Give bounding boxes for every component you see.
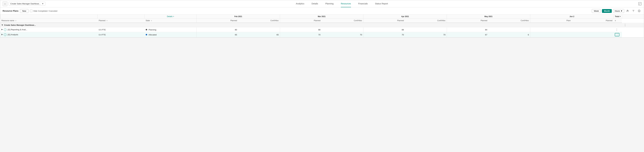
row1-may-planned: 84: [447, 28, 488, 32]
info-icon: [638, 10, 640, 12]
top-right-area: ✓: [638, 2, 642, 5]
tab-resources[interactable]: Resources: [341, 0, 351, 7]
row1-total-planned: [572, 28, 614, 32]
col-sub-planned: Planned ≡: [98, 18, 144, 23]
row2-planned-cell: 0.4 FTE: [98, 32, 144, 38]
hide-completed-label[interactable]: Hide Completed / Canceled: [30, 10, 57, 12]
row2-feb-conf: 65: [238, 32, 280, 38]
checkmark-icon: ✓: [639, 2, 641, 5]
filter-settings-button[interactable]: [631, 9, 636, 13]
filter-settings-icon: [632, 10, 635, 12]
home-button[interactable]: ⌂: [2, 1, 8, 6]
resource-name-label: Resource name: [2, 20, 14, 22]
row1-mar-planned: 88: [280, 28, 322, 32]
tab-financials[interactable]: Financials: [358, 0, 368, 7]
col-sub-may-planned: Planned: [447, 18, 488, 23]
col-sub-menu[interactable]: ≡: [614, 18, 622, 23]
col-sub-feb-conf: Conf/Alloc: [238, 18, 280, 23]
group-actions-cell: ⋮: [622, 23, 644, 28]
col-sub-apr-planned: Planned: [364, 18, 405, 23]
triangle-down-icon: [2, 24, 3, 26]
row1-planned-cell: 0.5 FTE: [98, 28, 144, 32]
hide-completed-checkbox[interactable]: [30, 10, 32, 12]
row1-planned-value: 0.5 FTE: [99, 28, 106, 31]
table-row: i [G] Reporting & Anal... 0.5 FTE Planni…: [0, 28, 644, 32]
sort-resource-icon[interactable]: ≡: [16, 20, 16, 22]
row1-resource-name: [G] Reporting & Anal...: [8, 28, 27, 31]
col-header-apr: Apr 2021: [364, 14, 447, 18]
resource-plans-label: Resource Plans: [2, 10, 18, 12]
table-row: i [G] Analysts 0.4 FTE Allocated 65 65 7…: [0, 32, 644, 38]
breadcrumb-dropdown[interactable]: Create Sales Manager Dashboar... ▼: [8, 2, 46, 6]
info-button[interactable]: [637, 9, 642, 13]
state-label: State: [146, 20, 150, 22]
group-name: Create Sales Manager Dashboar...: [4, 24, 36, 26]
col-sub-may-conf: Conf/Alloc: [488, 18, 530, 23]
group-name-cell: Create Sales Manager Dashboar...: [0, 23, 622, 28]
row1-actions-menu-btn[interactable]: ⋮: [615, 28, 619, 31]
tab-planning[interactable]: Planning: [325, 0, 334, 7]
group-actions-menu-btn[interactable]: ⋮: [623, 24, 627, 26]
row1-state-value: Planning: [148, 28, 156, 31]
col-header-jun: Jun 2: [530, 14, 614, 18]
row2-total-planned: [572, 32, 614, 38]
triangle-right-icon: [2, 34, 3, 35]
total-label: Total >: [615, 16, 621, 18]
month-button[interactable]: Month: [602, 9, 612, 13]
col-sub-resource: Resource name ≡: [0, 18, 98, 23]
row2-resource-cell: i [G] Analysts: [0, 32, 98, 38]
breadcrumb-arrow: ▼: [42, 2, 44, 5]
col-sub-apr-conf: Conf/Alloc: [405, 18, 447, 23]
col-header-feb: Feb 2021: [196, 14, 280, 18]
user-filter-icon: [626, 10, 629, 12]
home-icon: ⌂: [4, 2, 6, 5]
app-container: ⌂ Create Sales Manager Dashboar... ▼ Ana…: [0, 0, 644, 38]
details-link[interactable]: Details >: [167, 16, 174, 18]
row2-actions-cell: ⋮: [614, 32, 622, 38]
tab-analytics[interactable]: Analytics: [296, 0, 304, 7]
col-sub-mar-planned: Planned: [280, 18, 322, 23]
expand-row1-btn[interactable]: [2, 29, 3, 30]
row2-may-planned: 67: [447, 32, 488, 38]
row2-info-icon[interactable]: i: [4, 33, 6, 36]
row2-apr-planned: 70: [364, 32, 405, 38]
group-row: Create Sales Manager Dashboar... ⋮: [0, 23, 644, 28]
row1-resource-cell: i [G] Reporting & Anal...: [0, 28, 98, 32]
row2-resource-name: [G] Analysts: [8, 34, 18, 36]
row2-may-conf: 6: [488, 32, 530, 38]
row1-info-icon[interactable]: i: [4, 28, 6, 31]
tab-status-report[interactable]: Status Report: [375, 0, 388, 7]
complete-icon[interactable]: ✓: [638, 2, 642, 5]
col-sub-state: State ≡: [144, 18, 197, 23]
col-header-state: Details >: [144, 14, 197, 18]
row1-mar-conf: [322, 28, 364, 32]
row2-actions-menu-btn[interactable]: ⋮: [615, 33, 619, 36]
row1-feb-conf: [238, 28, 280, 32]
tab-details[interactable]: Details: [312, 0, 318, 7]
col-header-actions: [622, 14, 644, 18]
new-button[interactable]: New: [20, 9, 28, 13]
sort-state-icon[interactable]: ≡: [151, 20, 152, 22]
row1-jun-planr: [530, 28, 572, 32]
collapse-group-btn[interactable]: [2, 24, 3, 26]
row2-mar-conf: 70: [322, 32, 364, 38]
row1-feb-planned: 80: [196, 28, 238, 32]
resource-plans-toolbar: Resource Plans New Hide Completed / Canc…: [0, 8, 644, 14]
col-sub-mar-conf: Conf/Alloc: [322, 18, 364, 23]
toolbar-right: Week Month Hours ▼: [592, 9, 642, 13]
hours-arrow: ▼: [620, 10, 622, 12]
planned-label: Planned: [99, 20, 106, 22]
week-button[interactable]: Week: [592, 9, 601, 13]
hours-dropdown[interactable]: Hours ▼: [613, 9, 624, 13]
row2-mar-planned: 70: [280, 32, 322, 38]
expand-row2-btn[interactable]: [2, 34, 3, 35]
user-filter-button[interactable]: [626, 9, 630, 13]
row1-state-cell: Planning: [144, 28, 197, 32]
col-sub-jun-planr: Planr: [530, 18, 572, 23]
row1-state-dot: [146, 29, 147, 30]
row2-jun-planr: [530, 32, 572, 38]
resource-plans-table: Details > Feb 2021 Mar 2021 Apr 2021 May…: [0, 14, 644, 38]
row1-apr-planned: 88: [364, 28, 405, 32]
sort-planned-icon[interactable]: ≡: [106, 20, 108, 22]
col-sub-feb-planned: Planned: [196, 18, 238, 23]
